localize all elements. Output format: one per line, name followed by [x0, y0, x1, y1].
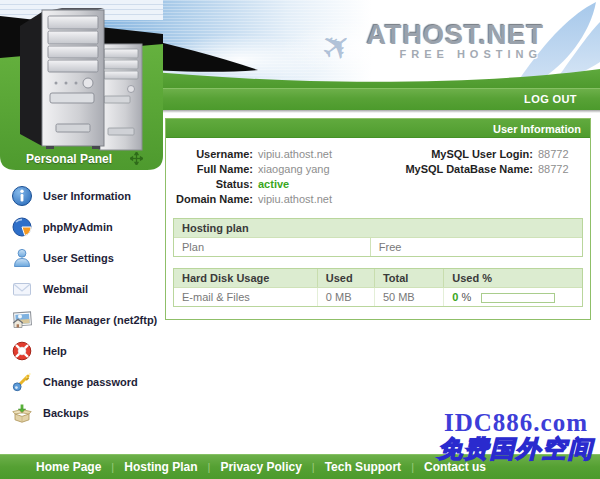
- info-label: MySQL User Login:: [376, 147, 538, 162]
- plan-label: Plan: [174, 238, 370, 256]
- hosting-plan-header: Hosting plan: [174, 219, 582, 237]
- sidebar-menu: User Information phpMyAdmin User Setting…: [0, 180, 163, 428]
- footer-divider: |: [111, 461, 114, 473]
- user-information-panel: User Information Username: vipiu.athost.…: [165, 118, 591, 320]
- section-title-bar: User Information: [166, 119, 590, 138]
- sidebar-item-user-information[interactable]: User Information: [0, 180, 163, 211]
- usage-total: 50 MB: [374, 288, 443, 306]
- lifebuoy-icon: [11, 340, 33, 362]
- info-row: Status: active: [174, 177, 582, 192]
- footer-divider: |: [411, 461, 414, 473]
- sidebar-item-help[interactable]: Help: [0, 335, 163, 366]
- sidebar-item-label: Help: [43, 345, 67, 357]
- footer-link-home-page[interactable]: Home Page: [36, 460, 101, 474]
- footer-divider: |: [208, 461, 211, 473]
- server-towers-illustration: [0, 0, 163, 172]
- usage-progress-bar: [481, 293, 555, 303]
- disk-usage-header: Hard Disk Usage Used Total Used %: [174, 269, 582, 287]
- info-row: Username: vipiu.athost.net MySQL User Lo…: [174, 147, 582, 162]
- sidebar-item-label: Webmail: [43, 283, 88, 295]
- footer-link-tech-support[interactable]: Tech Support: [325, 460, 401, 474]
- section-title: User Information: [493, 123, 581, 135]
- sidebar-item-phpmyadmin[interactable]: phpMyAdmin: [0, 211, 163, 242]
- column-header: Used: [317, 269, 374, 287]
- info-label: Full Name:: [174, 162, 258, 177]
- logo-subtitle: FREE HOSTING: [399, 48, 542, 60]
- sidebar-item-label: User Settings: [43, 252, 114, 264]
- percent-sign: %: [461, 291, 471, 303]
- table-row: E-mail & Files 0 MB 50 MB 0 %: [174, 287, 582, 306]
- info-icon: [11, 185, 33, 207]
- image-icon: [11, 309, 33, 331]
- info-value: vipiu.athost.net: [258, 192, 376, 207]
- sidebar-item-backups[interactable]: Backups: [0, 397, 163, 428]
- sidebar-item-user-settings[interactable]: User Settings: [0, 242, 163, 273]
- info-value: 88772: [538, 162, 569, 177]
- table-title: Hosting plan: [174, 219, 582, 237]
- status-value: active: [258, 177, 376, 192]
- disk-usage-table: Hard Disk Usage Used Total Used % E-mail…: [173, 268, 583, 307]
- user-icon: [11, 247, 33, 269]
- sidebar-header: Personal Panel: [0, 0, 163, 172]
- footer-link-hosting-plan[interactable]: Hosting Plan: [124, 460, 197, 474]
- info-row: Domain Name: vipiu.athost.net: [174, 192, 582, 207]
- usage-percent-cell: 0 %: [443, 288, 582, 306]
- sidebar-item-change-password[interactable]: Change password: [0, 366, 163, 397]
- move-icon[interactable]: [130, 152, 143, 165]
- usage-used: 0 MB: [317, 288, 374, 306]
- info-label: Status:: [174, 177, 258, 192]
- sidebar-item-label: File Manager (net2ftp): [43, 314, 157, 326]
- sidebar-item-file-manager[interactable]: File Manager (net2ftp): [0, 304, 163, 335]
- sidebar-item-label: User Information: [43, 190, 131, 202]
- info-row: Full Name: xiaogang yang MySQL DataBase …: [174, 162, 582, 177]
- usage-percent-value: 0: [452, 291, 458, 303]
- logout-button[interactable]: LOG OUT: [524, 89, 577, 110]
- user-info-area: Username: vipiu.athost.net MySQL User Lo…: [166, 138, 590, 211]
- usage-name: E-mail & Files: [174, 288, 317, 306]
- info-value: vipiu.athost.net: [258, 147, 376, 162]
- info-value: xiaogang yang: [258, 162, 376, 177]
- plan-value: Free: [370, 238, 582, 256]
- box-icon: [11, 402, 33, 424]
- key-icon: [11, 371, 33, 393]
- sidebar-item-label: phpMyAdmin: [43, 221, 113, 233]
- pie-chart-icon: [11, 216, 33, 238]
- envelope-icon: [11, 278, 33, 300]
- sidebar-item-label: Change password: [43, 376, 138, 388]
- info-label: MySQL DataBase Name:: [376, 162, 538, 177]
- sidebar-item-label: Backups: [43, 407, 89, 419]
- hosting-plan-table: Hosting plan Plan Free: [173, 218, 583, 257]
- page: ✈ ATHOST.NET FREE HOSTING LOG OUT: [0, 0, 600, 479]
- sidebar-item-webmail[interactable]: Webmail: [0, 273, 163, 304]
- info-value: 88772: [538, 147, 569, 162]
- logo-title: ATHOST.NET: [367, 20, 545, 51]
- table-row: Plan Free: [174, 237, 582, 256]
- column-header: Total: [374, 269, 443, 287]
- watermark-chinese: 免费国外空间: [438, 433, 594, 465]
- info-label: Domain Name:: [174, 192, 258, 207]
- column-header: Hard Disk Usage: [174, 269, 317, 287]
- personal-panel-title: Personal Panel: [10, 152, 128, 166]
- info-label: Username:: [174, 147, 258, 162]
- column-header: Used %: [443, 269, 582, 287]
- footer-link-privacy-policy[interactable]: Privacy Policy: [220, 460, 301, 474]
- footer-divider: |: [312, 461, 315, 473]
